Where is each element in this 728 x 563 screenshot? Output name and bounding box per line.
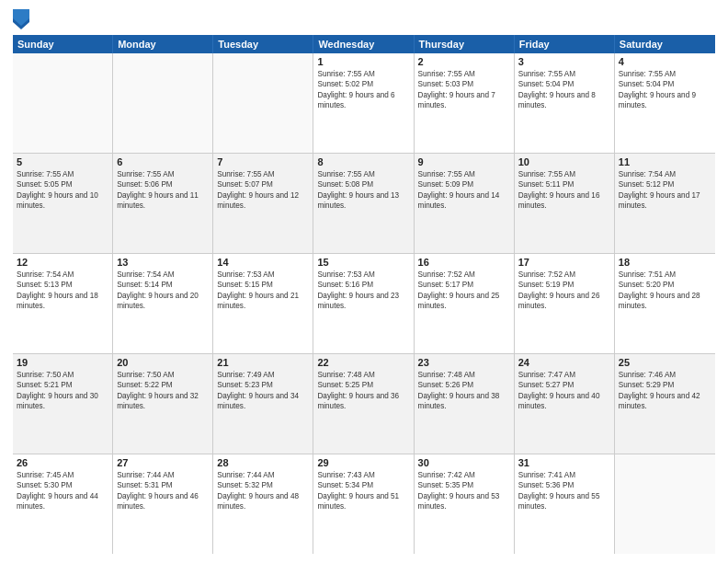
sun-info: Sunrise: 7:42 AM Sunset: 5:35 PM Dayligh… (418, 470, 510, 512)
sun-info: Sunrise: 7:54 AM Sunset: 5:13 PM Dayligh… (17, 270, 108, 312)
calendar-cell-1-1 (13, 53, 113, 153)
sun-info: Sunrise: 7:47 AM Sunset: 5:27 PM Dayligh… (518, 370, 610, 412)
calendar-weekday-tuesday: Tuesday (213, 35, 313, 53)
calendar-cell-4-7: 25Sunrise: 7:46 AM Sunset: 5:29 PM Dayli… (615, 354, 715, 454)
sun-info: Sunrise: 7:55 AM Sunset: 5:09 PM Dayligh… (418, 169, 510, 212)
calendar-cell-1-3 (213, 53, 313, 153)
calendar-weekday-saturday: Saturday (615, 35, 715, 53)
sun-info: Sunrise: 7:53 AM Sunset: 5:15 PM Dayligh… (217, 270, 309, 312)
calendar-cell-1-5: 2Sunrise: 7:55 AM Sunset: 5:03 PM Daylig… (415, 53, 515, 153)
sun-info: Sunrise: 7:52 AM Sunset: 5:17 PM Dayligh… (418, 270, 510, 312)
calendar-cell-3-4: 15Sunrise: 7:53 AM Sunset: 5:16 PM Dayli… (313, 254, 414, 353)
sun-info: Sunrise: 7:44 AM Sunset: 5:31 PM Dayligh… (117, 470, 209, 512)
calendar-week-1: 1Sunrise: 7:55 AM Sunset: 5:02 PM Daylig… (13, 53, 715, 154)
calendar-cell-2-4: 8Sunrise: 7:55 AM Sunset: 5:08 PM Daylig… (313, 154, 414, 253)
calendar-cell-5-7 (615, 454, 715, 554)
calendar-week-4: 19Sunrise: 7:50 AM Sunset: 5:21 PM Dayli… (13, 354, 715, 454)
sun-info: Sunrise: 7:53 AM Sunset: 5:16 PM Dayligh… (317, 270, 409, 312)
sun-info: Sunrise: 7:49 AM Sunset: 5:23 PM Dayligh… (217, 370, 309, 412)
day-number: 2 (418, 56, 510, 67)
calendar-week-2: 5Sunrise: 7:55 AM Sunset: 5:05 PM Daylig… (13, 154, 715, 254)
calendar-week-3: 12Sunrise: 7:54 AM Sunset: 5:13 PM Dayli… (13, 254, 715, 354)
calendar-weekday-friday: Friday (515, 35, 615, 53)
day-number: 7 (217, 156, 309, 167)
calendar-cell-4-1: 19Sunrise: 7:50 AM Sunset: 5:21 PM Dayli… (13, 354, 113, 454)
day-number: 29 (317, 457, 409, 468)
sun-info: Sunrise: 7:51 AM Sunset: 5:20 PM Dayligh… (619, 270, 711, 312)
day-number: 17 (518, 257, 610, 268)
calendar-week-5: 26Sunrise: 7:45 AM Sunset: 5:30 PM Dayli… (13, 454, 715, 554)
calendar: SundayMondayTuesdayWednesdayThursdayFrid… (13, 35, 715, 554)
page: SundayMondayTuesdayWednesdayThursdayFrid… (0, 0, 728, 563)
calendar-cell-1-7: 4Sunrise: 7:55 AM Sunset: 5:04 PM Daylig… (615, 53, 715, 153)
sun-info: Sunrise: 7:43 AM Sunset: 5:34 PM Dayligh… (317, 470, 409, 512)
header (13, 9, 715, 29)
calendar-cell-4-6: 24Sunrise: 7:47 AM Sunset: 5:27 PM Dayli… (515, 354, 615, 454)
calendar-cell-1-2 (113, 53, 213, 153)
day-number: 6 (117, 156, 209, 167)
sun-info: Sunrise: 7:55 AM Sunset: 5:02 PM Dayligh… (317, 69, 409, 111)
sun-info: Sunrise: 7:55 AM Sunset: 5:06 PM Dayligh… (117, 169, 209, 212)
sun-info: Sunrise: 7:55 AM Sunset: 5:07 PM Dayligh… (217, 169, 309, 212)
calendar-cell-2-2: 6Sunrise: 7:55 AM Sunset: 5:06 PM Daylig… (113, 154, 213, 253)
day-number: 31 (518, 457, 610, 468)
sun-info: Sunrise: 7:52 AM Sunset: 5:19 PM Dayligh… (518, 270, 610, 312)
day-number: 14 (217, 257, 309, 268)
sun-info: Sunrise: 7:46 AM Sunset: 5:29 PM Dayligh… (619, 370, 711, 412)
day-number: 5 (17, 156, 108, 167)
calendar-cell-3-3: 14Sunrise: 7:53 AM Sunset: 5:15 PM Dayli… (213, 254, 313, 353)
day-number: 1 (317, 56, 409, 67)
calendar-weekday-monday: Monday (113, 35, 213, 53)
sun-info: Sunrise: 7:45 AM Sunset: 5:30 PM Dayligh… (17, 470, 108, 512)
logo (13, 9, 32, 29)
calendar-cell-1-4: 1Sunrise: 7:55 AM Sunset: 5:02 PM Daylig… (313, 53, 414, 153)
calendar-header: SundayMondayTuesdayWednesdayThursdayFrid… (13, 35, 715, 53)
calendar-cell-2-7: 11Sunrise: 7:54 AM Sunset: 5:12 PM Dayli… (615, 154, 715, 253)
calendar-cell-4-4: 22Sunrise: 7:48 AM Sunset: 5:25 PM Dayli… (313, 354, 414, 454)
calendar-cell-3-1: 12Sunrise: 7:54 AM Sunset: 5:13 PM Dayli… (13, 254, 113, 353)
calendar-cell-4-5: 23Sunrise: 7:48 AM Sunset: 5:26 PM Dayli… (415, 354, 515, 454)
day-number: 8 (317, 156, 409, 167)
day-number: 28 (217, 457, 309, 468)
day-number: 26 (17, 457, 108, 468)
calendar-weekday-sunday: Sunday (13, 35, 113, 53)
calendar-body: 1Sunrise: 7:55 AM Sunset: 5:02 PM Daylig… (13, 53, 715, 554)
day-number: 12 (17, 257, 108, 268)
day-number: 22 (317, 357, 409, 368)
day-number: 25 (619, 357, 711, 368)
sun-info: Sunrise: 7:44 AM Sunset: 5:32 PM Dayligh… (217, 470, 309, 512)
day-number: 27 (117, 457, 209, 468)
calendar-cell-3-5: 16Sunrise: 7:52 AM Sunset: 5:17 PM Dayli… (415, 254, 515, 353)
day-number: 4 (619, 56, 711, 67)
day-number: 20 (117, 357, 209, 368)
day-number: 11 (619, 156, 711, 167)
calendar-cell-4-2: 20Sunrise: 7:50 AM Sunset: 5:22 PM Dayli… (113, 354, 213, 454)
day-number: 24 (518, 357, 610, 368)
calendar-cell-5-1: 26Sunrise: 7:45 AM Sunset: 5:30 PM Dayli… (13, 454, 113, 554)
day-number: 3 (518, 56, 610, 67)
calendar-weekday-thursday: Thursday (415, 35, 515, 53)
calendar-cell-3-7: 18Sunrise: 7:51 AM Sunset: 5:20 PM Dayli… (615, 254, 715, 353)
sun-info: Sunrise: 7:55 AM Sunset: 5:11 PM Dayligh… (518, 169, 610, 212)
day-number: 10 (518, 156, 610, 167)
sun-info: Sunrise: 7:54 AM Sunset: 5:14 PM Dayligh… (117, 270, 209, 312)
sun-info: Sunrise: 7:50 AM Sunset: 5:21 PM Dayligh… (17, 370, 108, 412)
day-number: 16 (418, 257, 510, 268)
calendar-cell-5-2: 27Sunrise: 7:44 AM Sunset: 5:31 PM Dayli… (113, 454, 213, 554)
sun-info: Sunrise: 7:54 AM Sunset: 5:12 PM Dayligh… (619, 169, 711, 212)
calendar-cell-2-1: 5Sunrise: 7:55 AM Sunset: 5:05 PM Daylig… (13, 154, 113, 253)
sun-info: Sunrise: 7:55 AM Sunset: 5:03 PM Dayligh… (418, 69, 510, 111)
calendar-cell-4-3: 21Sunrise: 7:49 AM Sunset: 5:23 PM Dayli… (213, 354, 313, 454)
calendar-weekday-wednesday: Wednesday (313, 35, 414, 53)
sun-info: Sunrise: 7:50 AM Sunset: 5:22 PM Dayligh… (117, 370, 209, 412)
calendar-cell-1-6: 3Sunrise: 7:55 AM Sunset: 5:04 PM Daylig… (515, 53, 615, 153)
calendar-cell-2-5: 9Sunrise: 7:55 AM Sunset: 5:09 PM Daylig… (415, 154, 515, 253)
day-number: 15 (317, 257, 409, 268)
calendar-cell-5-6: 31Sunrise: 7:41 AM Sunset: 5:36 PM Dayli… (515, 454, 615, 554)
day-number: 21 (217, 357, 309, 368)
day-number: 30 (418, 457, 510, 468)
calendar-cell-5-4: 29Sunrise: 7:43 AM Sunset: 5:34 PM Dayli… (313, 454, 414, 554)
calendar-cell-2-3: 7Sunrise: 7:55 AM Sunset: 5:07 PM Daylig… (213, 154, 313, 253)
calendar-cell-3-6: 17Sunrise: 7:52 AM Sunset: 5:19 PM Dayli… (515, 254, 615, 353)
sun-info: Sunrise: 7:55 AM Sunset: 5:08 PM Dayligh… (317, 169, 409, 212)
